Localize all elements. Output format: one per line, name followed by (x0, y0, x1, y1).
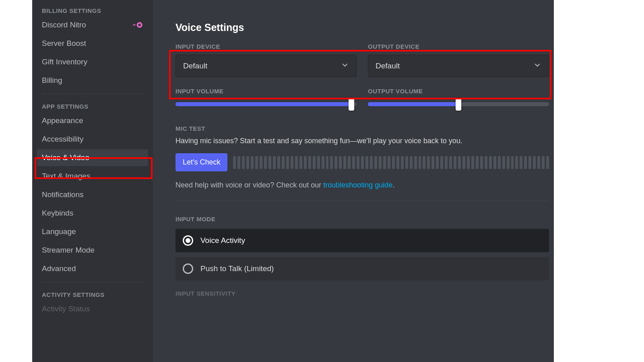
content-column: Voice Settings INPUT DEVICE Default OUTP… (175, 22, 549, 297)
help-suffix: . (392, 181, 394, 189)
sidebar-item-advanced[interactable]: Advanced (37, 260, 148, 277)
sidebar-section-billing: BILLING SETTINGS (37, 3, 148, 16)
radio-label: Voice Activity (200, 236, 245, 245)
input-device-value: Default (183, 62, 207, 70)
sidebar-item-activity-status[interactable]: Activity Status (37, 300, 148, 317)
chevron-down-icon (533, 61, 541, 71)
input-mode-push-to-talk[interactable]: Push to Talk (Limited) (175, 257, 549, 280)
sidebar-section-activity: ACTIVITY SETTINGS (37, 287, 148, 300)
sidebar-item-discord-nitro[interactable]: Discord Nitro (37, 16, 148, 33)
divider (175, 201, 549, 201)
input-mode-voice-activity[interactable]: Voice Activity (175, 229, 549, 252)
slider-fill (175, 102, 351, 106)
sidebar-divider (42, 282, 143, 282)
sidebar-item-streamer-mode[interactable]: Streamer Mode (37, 242, 148, 259)
slider-fill (368, 102, 458, 106)
input-mode-section: INPUT MODE Voice Activity Push to Talk (… (175, 216, 549, 280)
radio-icon (183, 263, 193, 274)
output-volume-label: OUTPUT VOLUME (368, 88, 549, 95)
sidebar-item-accessibility[interactable]: Accessibility (37, 131, 148, 148)
sidebar-item-label: Streamer Mode (42, 246, 95, 255)
lets-check-button[interactable]: Let's Check (175, 153, 227, 171)
chevron-down-icon (341, 61, 349, 71)
sidebar-item-label: Discord Nitro (42, 21, 86, 29)
mic-test-section: MIC TEST Having mic issues? Start a test… (175, 125, 549, 189)
settings-sidebar: BILLING SETTINGS Discord Nitro Server Bo… (32, 0, 153, 362)
sidebar-item-label: Language (42, 227, 76, 236)
slider-thumb[interactable] (349, 98, 354, 111)
sidebar-item-label: Billing (42, 76, 62, 85)
sidebar-item-notifications[interactable]: Notifications (37, 186, 148, 203)
sidebar-item-language[interactable]: Language (37, 223, 148, 240)
output-device-select[interactable]: Default (368, 55, 549, 77)
page-title: Voice Settings (175, 22, 549, 33)
page-left-margin (0, 0, 32, 362)
sidebar-item-label: Appearance (42, 116, 83, 125)
volume-row: INPUT VOLUME OUTPUT VOLUME (175, 88, 549, 109)
sidebar-item-label: Gift Inventory (42, 58, 87, 66)
output-device-value: Default (376, 62, 400, 70)
help-prefix: Need help with voice or video? Check out… (175, 181, 323, 189)
mic-level-meter (233, 156, 549, 169)
input-device-label: INPUT DEVICE (175, 43, 357, 50)
sidebar-item-label: Text & Images (42, 172, 90, 181)
output-device-label: OUTPUT DEVICE (368, 43, 549, 50)
input-mode-label: INPUT MODE (175, 216, 549, 222)
sidebar-item-label: Keybinds (42, 209, 73, 218)
sidebar-item-label: Voice & Video (42, 153, 89, 162)
output-device-block: OUTPUT DEVICE Default (368, 43, 549, 77)
troubleshooting-link[interactable]: troubleshooting guide (323, 181, 392, 189)
radio-icon (183, 235, 193, 246)
sidebar-item-appearance[interactable]: Appearance (37, 112, 148, 129)
output-volume-block: OUTPUT VOLUME (368, 88, 549, 109)
sidebar-item-server-boost[interactable]: Server Boost (37, 35, 148, 52)
input-volume-label: INPUT VOLUME (175, 88, 357, 95)
nitro-icon (132, 21, 143, 29)
radio-label: Push to Talk (Limited) (200, 264, 274, 273)
sidebar-item-text-images[interactable]: Text & Images (37, 168, 148, 185)
app-frame: BILLING SETTINGS Discord Nitro Server Bo… (32, 0, 554, 362)
mic-test-label: MIC TEST (175, 125, 549, 132)
sidebar-item-voice-video[interactable]: Voice & Video (37, 149, 148, 166)
input-volume-slider[interactable] (175, 99, 357, 109)
sidebar-item-label: Notifications (42, 190, 84, 199)
mic-test-desc: Having mic issues? Start a test and say … (175, 137, 549, 145)
mic-test-row: Let's Check (175, 153, 549, 171)
sidebar-item-gift-inventory[interactable]: Gift Inventory (37, 53, 148, 70)
sidebar-item-keybinds[interactable]: Keybinds (37, 205, 148, 222)
settings-main: Voice Settings INPUT DEVICE Default OUTP… (153, 0, 554, 362)
device-row: INPUT DEVICE Default OUTPUT DEVICE Defau… (175, 43, 549, 77)
slider-thumb[interactable] (456, 98, 461, 111)
sidebar-divider (42, 94, 143, 94)
sidebar-item-billing[interactable]: Billing (37, 72, 148, 89)
sidebar-item-label: Accessibility (42, 135, 83, 144)
svg-point-1 (138, 24, 141, 26)
input-device-select[interactable]: Default (175, 55, 357, 77)
input-volume-block: INPUT VOLUME (175, 88, 357, 109)
sidebar-item-label: Advanced (42, 264, 76, 273)
help-text: Need help with voice or video? Check out… (175, 181, 549, 189)
input-device-block: INPUT DEVICE Default (175, 43, 357, 77)
input-sensitivity-label: INPUT SENSITIVITY (175, 290, 549, 297)
sidebar-item-label: Server Boost (42, 39, 86, 48)
sidebar-section-app: APP SETTINGS (37, 99, 148, 112)
output-volume-slider[interactable] (368, 99, 549, 109)
